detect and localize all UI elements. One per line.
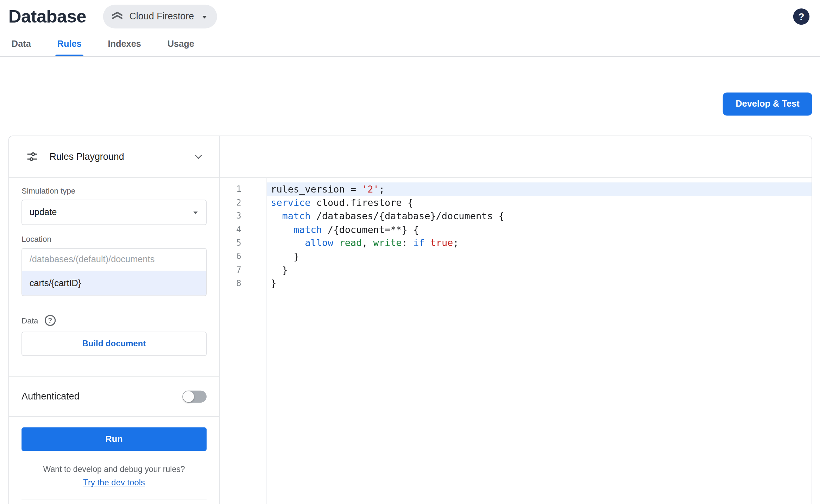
chevron-down-icon bbox=[199, 11, 210, 22]
product-chip-label: Cloud Firestore bbox=[129, 11, 194, 22]
playground-title: Rules Playground bbox=[49, 151, 192, 162]
devtools-hint: Want to develop and debug your rules? bbox=[21, 465, 207, 474]
page-title: Database bbox=[8, 6, 86, 27]
select-caret-icon bbox=[190, 207, 201, 218]
tab-usage[interactable]: Usage bbox=[165, 34, 196, 56]
app-header: Database Cloud Firestore ? bbox=[0, 0, 820, 29]
simulation-type-label: Simulation type bbox=[21, 186, 207, 195]
authenticated-label: Authenticated bbox=[21, 391, 79, 402]
data-help-glyph: ? bbox=[48, 316, 52, 324]
line-number: 7 bbox=[220, 263, 266, 277]
actions-row: Develop & Test bbox=[0, 93, 820, 116]
editor-toolbar bbox=[220, 136, 812, 178]
help-glyph: ? bbox=[798, 11, 804, 23]
code-line[interactable]: match /{document=**} { bbox=[267, 223, 812, 236]
authenticated-row: Authenticated bbox=[9, 376, 219, 417]
header-left: Database Cloud Firestore bbox=[8, 5, 217, 28]
line-number: 4 bbox=[220, 223, 266, 236]
tune-icon bbox=[26, 150, 39, 163]
playground-header: Rules Playground bbox=[9, 136, 219, 178]
develop-test-button[interactable]: Develop & Test bbox=[723, 93, 812, 116]
line-number: 5 bbox=[220, 236, 266, 250]
tab-rules[interactable]: Rules bbox=[55, 34, 84, 56]
simulation-type-select[interactable]: update bbox=[21, 200, 207, 225]
run-section: Run Want to develop and debug your rules… bbox=[9, 417, 219, 499]
code-line[interactable]: } bbox=[267, 250, 812, 263]
firestore-icon bbox=[111, 10, 124, 24]
tab-indexes[interactable]: Indexes bbox=[106, 34, 143, 56]
data-help-icon[interactable]: ? bbox=[44, 315, 55, 326]
location-label: Location bbox=[21, 234, 207, 243]
data-label: Data bbox=[21, 316, 38, 325]
playground-body: Simulation type update Location /databas… bbox=[9, 178, 219, 356]
code-line[interactable]: service cloud.firestore { bbox=[267, 196, 812, 209]
firestore-rules-page: Database Cloud Firestore ? Data Rules In bbox=[0, 0, 820, 504]
code-line[interactable]: } bbox=[267, 277, 812, 290]
location-field: /databases/(default)/documents bbox=[21, 248, 207, 296]
line-number: 1 bbox=[220, 182, 266, 196]
line-number: 3 bbox=[220, 209, 266, 223]
rules-playground-panel: Rules Playground Simulation type update … bbox=[9, 136, 220, 504]
line-number: 8 bbox=[220, 277, 266, 290]
data-label-row: Data ? bbox=[21, 315, 207, 326]
devtools-link[interactable]: Try the dev tools bbox=[21, 478, 207, 487]
code-line[interactable]: rules_version = '2'; bbox=[267, 182, 812, 196]
location-input[interactable] bbox=[22, 271, 206, 296]
editor-gutter: 12345678 bbox=[220, 178, 267, 504]
run-button[interactable]: Run bbox=[21, 427, 207, 451]
panel-divider bbox=[21, 499, 207, 499]
help-icon[interactable]: ? bbox=[793, 8, 809, 25]
product-selector-chip[interactable]: Cloud Firestore bbox=[103, 5, 217, 28]
simulation-type-value: update bbox=[30, 207, 57, 218]
code-line[interactable]: allow read, write: if true; bbox=[267, 236, 812, 250]
tab-data[interactable]: Data bbox=[10, 34, 33, 56]
rules-editor-column: 12345678 rules_version = '2';service clo… bbox=[220, 136, 812, 504]
code-line[interactable]: match /databases/{database}/documents { bbox=[267, 209, 812, 223]
authenticated-toggle[interactable] bbox=[182, 391, 207, 403]
code-editor[interactable]: 12345678 rules_version = '2';service clo… bbox=[220, 178, 812, 504]
line-number: 6 bbox=[220, 250, 266, 263]
location-prefix: /databases/(default)/documents bbox=[22, 248, 206, 271]
line-number: 2 bbox=[220, 196, 266, 209]
code-line[interactable]: } bbox=[267, 263, 812, 277]
toggle-knob bbox=[183, 391, 194, 402]
build-document-button[interactable]: Build document bbox=[21, 332, 207, 356]
tab-bar: Data Rules Indexes Usage bbox=[0, 34, 820, 57]
rules-editor-card: Rules Playground Simulation type update … bbox=[8, 136, 812, 504]
code-lines[interactable]: rules_version = '2';service cloud.firest… bbox=[267, 178, 812, 504]
collapse-chevron-icon[interactable] bbox=[193, 151, 204, 163]
